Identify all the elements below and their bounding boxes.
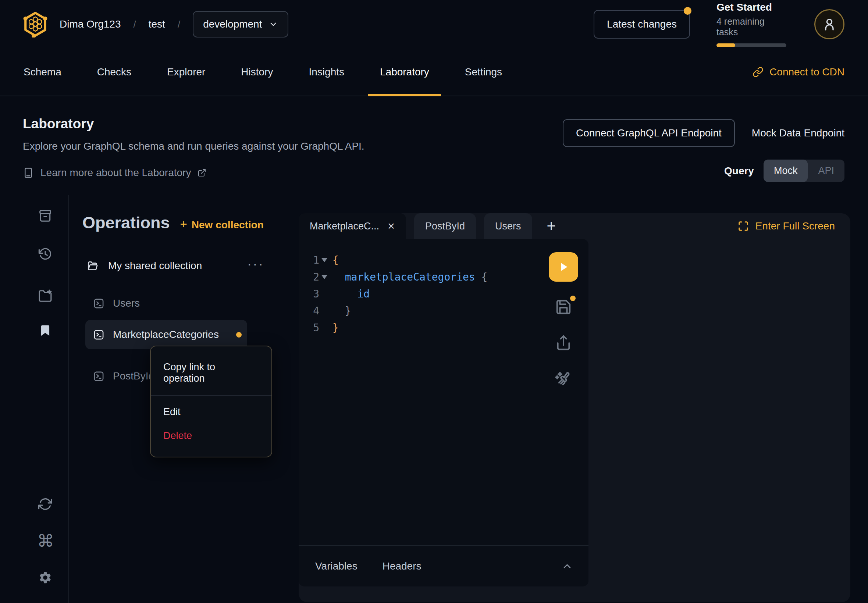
clean-broom-icon bbox=[555, 371, 572, 388]
menu-divider bbox=[151, 395, 271, 396]
tab-schema[interactable]: Schema bbox=[23, 48, 62, 96]
learn-more-label: Learn more about the Laboratory bbox=[40, 167, 191, 179]
query-label: Query bbox=[724, 165, 754, 177]
tab-settings[interactable]: Settings bbox=[465, 48, 502, 96]
command-shortcuts-icon[interactable]: ⌘ bbox=[37, 534, 53, 548]
save-operation-button[interactable] bbox=[555, 298, 572, 315]
code-area[interactable]: 1 { 2 marketplaceCategories { 3 id 4 } bbox=[299, 239, 588, 336]
mock-data-endpoint-button[interactable]: Mock Data Endpoint bbox=[752, 127, 845, 139]
learn-more-link[interactable]: Learn more about the Laboratory bbox=[23, 167, 365, 179]
tab-explorer[interactable]: Explorer bbox=[167, 48, 205, 96]
collapse-panel-button[interactable] bbox=[561, 560, 573, 572]
collection-row[interactable]: My shared collection bbox=[85, 255, 264, 277]
operation-name: PostById bbox=[113, 370, 154, 382]
variant-select-value: development bbox=[203, 19, 262, 30]
notification-dot bbox=[684, 7, 692, 15]
tab-history[interactable]: History bbox=[241, 48, 273, 96]
query-mode-toggle: Mock API bbox=[764, 159, 845, 182]
enter-fullscreen-label: Enter Full Screen bbox=[755, 220, 835, 232]
collection-name: My shared collection bbox=[108, 260, 202, 272]
operation-item-users[interactable]: Users bbox=[85, 293, 264, 314]
prettify-query-button[interactable] bbox=[555, 371, 572, 388]
page-title: Laboratory bbox=[23, 116, 365, 131]
get-started-progressbar bbox=[716, 43, 786, 47]
breadcrumb: Dima Org123 / test / development bbox=[60, 11, 288, 37]
tab-insights[interactable]: Insights bbox=[309, 48, 344, 96]
latest-changes-button[interactable]: Latest changes bbox=[594, 10, 690, 39]
book-icon bbox=[23, 167, 34, 178]
code-line: 5 } bbox=[299, 319, 588, 336]
share-operation-button[interactable] bbox=[555, 335, 572, 351]
editor-tab-users[interactable]: Users bbox=[484, 213, 532, 239]
editor-actions bbox=[548, 252, 579, 388]
top-header: Dima Org123 / test / development Latest … bbox=[0, 0, 868, 48]
menu-item-copy-link[interactable]: Copy link to operation bbox=[151, 356, 271, 390]
gear-icon[interactable] bbox=[38, 571, 52, 584]
progress-fill bbox=[716, 43, 735, 47]
variant-select[interactable]: development bbox=[193, 11, 288, 37]
enter-fullscreen-button[interactable]: Enter Full Screen bbox=[738, 213, 835, 239]
code-line: 3 id bbox=[299, 285, 588, 302]
save-icon bbox=[555, 298, 572, 315]
mode-api[interactable]: API bbox=[808, 159, 845, 182]
operation-name: MarketplaceCategories bbox=[113, 329, 219, 340]
history-icon[interactable] bbox=[38, 247, 52, 261]
close-icon[interactable]: ✕ bbox=[387, 221, 395, 232]
get-started-widget[interactable]: Get Started 4 remaining tasks bbox=[716, 2, 786, 47]
get-started-title: Get Started bbox=[716, 2, 786, 13]
fold-arrow-icon[interactable] bbox=[319, 275, 330, 279]
connect-to-cdn-link[interactable]: Connect to CDN bbox=[752, 48, 845, 96]
get-started-subtitle: 4 remaining tasks bbox=[716, 16, 786, 37]
breadcrumb-org[interactable]: Dima Org123 bbox=[60, 19, 121, 30]
mode-mock[interactable]: Mock bbox=[764, 159, 808, 182]
folder-plus-icon[interactable] bbox=[38, 289, 52, 303]
operation-icon bbox=[93, 371, 104, 382]
operation-icon bbox=[93, 329, 104, 340]
headers-tab[interactable]: Headers bbox=[382, 560, 421, 572]
link-icon bbox=[752, 66, 764, 77]
code-line: 1 { bbox=[299, 252, 588, 268]
connect-endpoint-button[interactable]: Connect GraphQL API Endpoint bbox=[563, 119, 735, 147]
operations-title: Operations bbox=[82, 213, 170, 232]
variables-tab[interactable]: Variables bbox=[315, 560, 357, 572]
run-query-button[interactable] bbox=[549, 252, 578, 281]
play-icon bbox=[557, 260, 570, 274]
tab-laboratory[interactable]: Laboratory bbox=[380, 48, 429, 96]
user-icon bbox=[822, 17, 837, 32]
breadcrumb-separator: / bbox=[178, 19, 180, 30]
breadcrumb-graph[interactable]: test bbox=[149, 19, 165, 30]
code-line: 4 } bbox=[299, 302, 588, 319]
query-editor[interactable]: 1 { 2 marketplaceCategories { 3 id 4 } bbox=[299, 239, 588, 586]
breadcrumb-separator: / bbox=[133, 19, 136, 30]
bookmark-icon[interactable] bbox=[38, 323, 52, 337]
editor-tab-postbyid[interactable]: PostById bbox=[414, 213, 476, 239]
user-avatar[interactable] bbox=[814, 9, 845, 39]
chevron-up-icon bbox=[561, 560, 573, 572]
folder-open-icon bbox=[87, 260, 99, 272]
share-icon bbox=[555, 335, 572, 351]
unsaved-changes-dot bbox=[236, 332, 241, 337]
laboratory-intro: Laboratory Explore your GraphQL schema a… bbox=[0, 96, 868, 182]
operation-context-menu: Copy link to operation Edit Delete bbox=[150, 346, 272, 458]
sync-icon[interactable] bbox=[38, 497, 52, 511]
latest-changes-label: Latest changes bbox=[607, 19, 677, 30]
fold-arrow-icon[interactable] bbox=[319, 258, 330, 262]
operation-item-marketplacecategories[interactable]: MarketplaceCategories bbox=[85, 320, 247, 349]
menu-item-delete[interactable]: Delete bbox=[151, 425, 271, 447]
documentation-archive-icon[interactable] bbox=[38, 209, 52, 223]
code-line: 2 marketplaceCategories { bbox=[299, 268, 588, 285]
editor-bottom-bar: Variables Headers bbox=[299, 545, 588, 586]
menu-item-edit[interactable]: Edit bbox=[151, 401, 271, 423]
editor-tab-marketplacecategories[interactable]: MarketplaceC... ✕ bbox=[299, 213, 406, 239]
external-link-icon bbox=[198, 169, 206, 177]
collection-menu-button[interactable]: ··· bbox=[247, 260, 264, 267]
fullscreen-icon bbox=[738, 221, 749, 232]
plus-icon: + bbox=[180, 217, 187, 231]
chevron-down-icon bbox=[269, 20, 278, 29]
unsaved-changes-dot bbox=[570, 295, 576, 301]
apollo-graphos-logo-icon[interactable] bbox=[23, 11, 48, 37]
new-tab-button[interactable]: + bbox=[540, 213, 563, 239]
tab-checks[interactable]: Checks bbox=[97, 48, 131, 96]
new-collection-button[interactable]: + New collection bbox=[180, 217, 264, 231]
editor-tabbar: MarketplaceC... ✕ PostById Users + Enter… bbox=[299, 213, 850, 239]
